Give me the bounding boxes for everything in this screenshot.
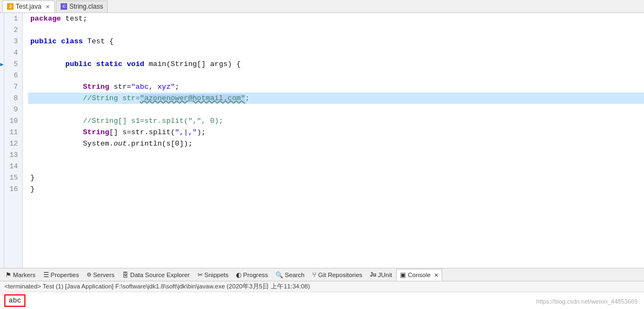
code-line-6 bbox=[28, 70, 644, 81]
gutter-5: ▶ bbox=[0, 58, 4, 70]
gutter-11 bbox=[0, 127, 4, 138]
line-num-13: 13 bbox=[6, 149, 18, 161]
data-source-label: Data Source Explorer bbox=[130, 272, 190, 278]
git-icon: ⑂ bbox=[312, 271, 317, 279]
search-label: Search bbox=[285, 272, 304, 278]
tab-markers[interactable]: ⚑ Markers bbox=[2, 269, 39, 281]
line-num-15: 15 bbox=[6, 172, 18, 183]
gutter-14 bbox=[0, 161, 4, 172]
line-num-7: 7 bbox=[6, 81, 18, 93]
junit-icon: Ju bbox=[370, 272, 377, 278]
tab-console[interactable]: ▣ Console ✕ bbox=[396, 269, 442, 281]
editor: ▶ 1 2 3 4 5 6 7 8 9 10 11 12 13 14 15 16… bbox=[0, 13, 644, 268]
gutter-12 bbox=[0, 138, 4, 149]
java-file-icon: J bbox=[7, 3, 14, 10]
tab-servers[interactable]: ⚙ Servers bbox=[83, 269, 118, 281]
tab-bar: J Test.java ✕ C String.class bbox=[0, 0, 644, 13]
tab-string-class[interactable]: C String.class bbox=[56, 1, 108, 12]
code-line-12: System.out.println(s[0]); bbox=[28, 138, 644, 149]
class-file-icon: C bbox=[61, 3, 67, 10]
gutter-3 bbox=[0, 36, 4, 47]
bottom-tabs: ⚑ Markers ☰ Properties ⚙ Servers 🗄 Data … bbox=[0, 268, 644, 281]
line-num-3: 3 bbox=[6, 36, 18, 47]
line-num-14: 14 bbox=[6, 161, 18, 172]
code-line-4 bbox=[28, 47, 644, 58]
gutter-16 bbox=[0, 183, 4, 195]
tab-junit[interactable]: Ju JUnit bbox=[367, 269, 396, 281]
servers-label: Servers bbox=[93, 272, 115, 278]
gutter-10 bbox=[0, 115, 4, 127]
console-label: Console bbox=[408, 272, 430, 278]
gutter-13 bbox=[0, 149, 4, 161]
output-abc: abc bbox=[4, 294, 25, 307]
console-status-text: <terminated> Test (1) [Java Application]… bbox=[4, 282, 310, 291]
line-num-12: 12 bbox=[6, 138, 18, 149]
code-line-1: package test; bbox=[28, 13, 644, 24]
search-icon: 🔍 bbox=[275, 271, 283, 279]
line-num-11: 11 bbox=[6, 127, 18, 138]
gutter-15 bbox=[0, 172, 4, 183]
watermark: https://blog.csdn.net/weixin_44853669 bbox=[536, 298, 638, 305]
snippets-icon: ✂ bbox=[198, 271, 203, 279]
code-line-2 bbox=[28, 24, 644, 36]
console-header: <terminated> Test (1) [Java Application]… bbox=[0, 281, 644, 292]
snippets-label: Snippets bbox=[205, 272, 229, 278]
gutter-1 bbox=[0, 13, 4, 24]
tab-git-repositories[interactable]: ⑂ Git Repositories bbox=[309, 269, 366, 281]
line-num-9: 9 bbox=[6, 104, 18, 115]
code-line-7: String str="abc, xyz"; bbox=[28, 81, 644, 93]
code-line-16: } bbox=[28, 183, 644, 195]
git-label: Git Repositories bbox=[318, 272, 363, 278]
console-close-icon[interactable]: ✕ bbox=[434, 272, 438, 278]
line-num-6: 6 bbox=[6, 70, 18, 81]
code-line-15: } bbox=[28, 172, 644, 183]
code-line-9 bbox=[28, 104, 644, 115]
line-num-5: 5 bbox=[6, 58, 18, 70]
tab-test-java-label: Test.java bbox=[16, 3, 41, 10]
gutter-8 bbox=[0, 93, 4, 104]
gutter-4 bbox=[0, 47, 4, 58]
line-num-2: 2 bbox=[6, 24, 18, 36]
line-num-16: 16 bbox=[6, 183, 18, 195]
tab-progress[interactable]: ◐ Progress bbox=[233, 269, 271, 281]
gutter-9 bbox=[0, 104, 4, 115]
code-line-13 bbox=[28, 149, 644, 161]
left-gutter: ▶ bbox=[0, 13, 4, 268]
properties-label: Properties bbox=[51, 272, 79, 278]
code-line-8: //String str="azonenower@hotmail.com"; bbox=[28, 93, 644, 104]
tab-properties[interactable]: ☰ Properties bbox=[40, 269, 82, 281]
code-line-10: //String[] s1=str.split(",", 0); bbox=[28, 115, 644, 127]
tab-test-java[interactable]: J Test.java ✕ bbox=[2, 1, 55, 12]
tab-snippets[interactable]: ✂ Snippets bbox=[194, 269, 232, 281]
gutter-2 bbox=[0, 24, 4, 36]
line-num-8: 8 bbox=[6, 93, 18, 104]
progress-label: Progress bbox=[243, 272, 268, 278]
line-num-1: 1 bbox=[6, 13, 18, 24]
data-source-icon: 🗄 bbox=[122, 272, 129, 278]
servers-icon: ⚙ bbox=[87, 272, 91, 278]
markers-icon: ⚑ bbox=[5, 271, 11, 279]
close-icon[interactable]: ✕ bbox=[45, 4, 50, 10]
line-numbers: 1 2 3 4 5 6 7 8 9 10 11 12 13 14 15 16 bbox=[4, 13, 23, 268]
tab-data-source-explorer[interactable]: 🗄 Data Source Explorer bbox=[119, 269, 193, 281]
properties-icon: ☰ bbox=[43, 271, 49, 279]
markers-label: Markers bbox=[13, 272, 36, 278]
tab-string-class-label: String.class bbox=[69, 3, 103, 10]
junit-label: JUnit bbox=[378, 272, 392, 278]
code-area[interactable]: package test; public class Test { public… bbox=[23, 13, 644, 268]
progress-icon: ◐ bbox=[236, 271, 241, 279]
code-line-3: public class Test { bbox=[28, 36, 644, 47]
tab-search[interactable]: 🔍 Search bbox=[272, 269, 307, 281]
line-num-10: 10 bbox=[6, 115, 18, 127]
console-icon: ▣ bbox=[400, 271, 406, 279]
breakpoint-arrow: ▶ bbox=[0, 61, 3, 68]
code-line-11: String[] s=str.split(",|,"); bbox=[28, 127, 644, 138]
code-line-14 bbox=[28, 161, 644, 172]
line-num-4: 4 bbox=[6, 47, 18, 58]
code-line-5: public static void main(String[] args) { bbox=[28, 58, 644, 70]
gutter-6 bbox=[0, 70, 4, 81]
gutter-7 bbox=[0, 81, 4, 93]
